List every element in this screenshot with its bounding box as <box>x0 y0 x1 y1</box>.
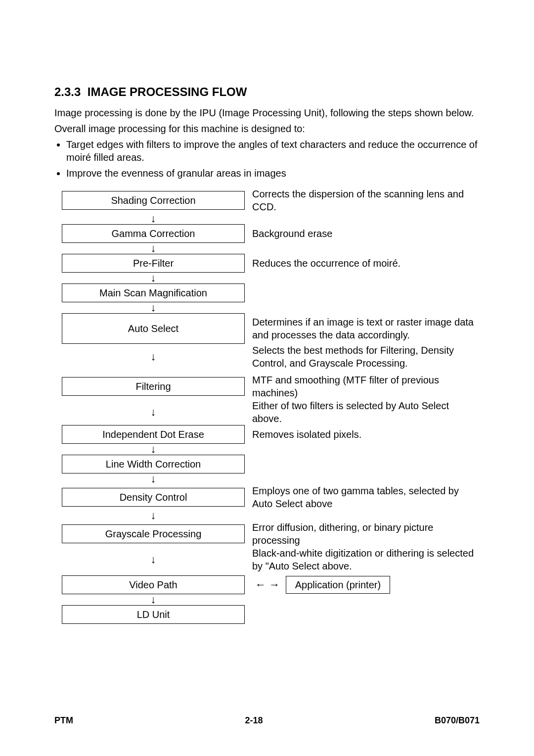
flow-desc-prefilter: Reduces the occurrence of moiré. <box>252 254 480 273</box>
footer-center: 2-18 <box>245 715 263 726</box>
flow-desc-doterase: Removes isolated pixels. <box>252 425 480 444</box>
flow-desc-grayscale: Error diffusion, dithering, or binary pi… <box>252 521 480 547</box>
down-arrow-icon: ↓ <box>54 510 252 521</box>
process-flow-table: Shading Correction Corrects the dispersi… <box>54 188 480 624</box>
flow-desc-gamma: Background erase <box>252 224 480 243</box>
flow-desc-magnification <box>252 284 480 302</box>
flow-desc-filtering: MTF and smoothing (MTF filter of previou… <box>252 374 480 399</box>
intro-paragraph-2: Overall image processing for this machin… <box>54 122 480 135</box>
down-arrow-icon: ↓ <box>54 302 252 313</box>
flow-box-prefilter: Pre-Filter <box>62 254 245 273</box>
flow-desc-grayscale-arrow: Black-and-white digitization or ditherin… <box>252 547 480 572</box>
heading-number: 2.3.3 <box>54 85 81 98</box>
flow-desc-density: Employs one of two gamma tables, selecte… <box>252 484 480 510</box>
flow-box-autoselect: Auto Select <box>62 313 245 344</box>
flow-desc-autoselect: Determines if an image is text or raster… <box>252 313 480 344</box>
down-arrow-icon: ↓ <box>54 399 252 425</box>
heading-title: IMAGE PROCESSING FLOW <box>88 85 247 98</box>
flow-box-ldunit: LD Unit <box>62 605 245 624</box>
flow-box-density: Density Control <box>62 488 245 507</box>
down-arrow-icon: ↓ <box>54 594 252 605</box>
down-arrow-icon: ↓ <box>54 547 252 572</box>
down-arrow-icon: ↓ <box>54 213 252 224</box>
flow-box-application: Application (printer) <box>286 576 390 594</box>
footer-left: PTM <box>54 715 73 726</box>
flow-box-filtering: Filtering <box>62 377 245 396</box>
bullet-item: Target edges with filters to improve the… <box>66 138 480 164</box>
bidir-arrow-icon: ← → <box>252 578 283 591</box>
bullet-item: Improve the evenness of granular areas i… <box>66 167 480 180</box>
flow-desc-linewidth <box>252 455 480 473</box>
flow-desc-autoselect-arrow: Selects the best methods for Filtering, … <box>252 344 480 370</box>
down-arrow-icon: ↓ <box>54 243 252 254</box>
flow-box-magnification: Main Scan Magnification <box>62 284 245 302</box>
flow-box-videopath: Video Path <box>62 575 245 594</box>
flow-desc-shading: Corrects the dispersion of the scanning … <box>252 188 480 213</box>
flow-box-linewidth: Line Width Correction <box>62 455 245 473</box>
down-arrow-icon: ↓ <box>54 273 252 284</box>
footer-right: B070/B071 <box>435 715 480 726</box>
flow-desc-filtering-arrow: Either of two filters is selected by Aut… <box>252 399 480 425</box>
page-footer: PTM 2-18 B070/B071 <box>54 715 480 726</box>
section-heading: 2.3.3 IMAGE PROCESSING FLOW <box>54 84 480 99</box>
flow-box-gamma: Gamma Correction <box>62 224 245 243</box>
intro-paragraph-1: Image processing is done by the IPU (Ima… <box>54 106 480 119</box>
flow-box-grayscale: Grayscale Processing <box>62 524 245 543</box>
down-arrow-icon: ↓ <box>54 444 252 455</box>
flow-box-doterase: Independent Dot Erase <box>62 425 245 444</box>
down-arrow-icon: ↓ <box>54 473 252 484</box>
flow-box-shading: Shading Correction <box>62 191 245 210</box>
intro-bullet-list: Target edges with filters to improve the… <box>54 138 480 180</box>
down-arrow-icon: ↓ <box>54 344 252 370</box>
